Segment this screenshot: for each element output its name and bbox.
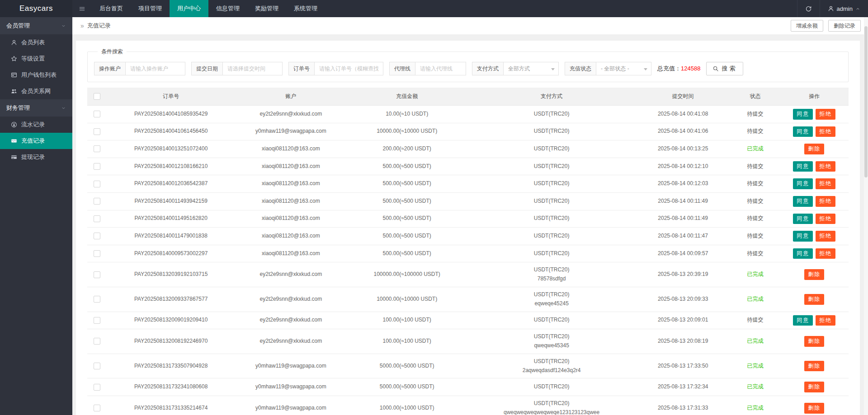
submit-time-cell: 2025-08-14 00:11:47 [635,228,731,245]
filter-recharge-status-select[interactable]: - 全部状态 - [596,62,651,75]
row-checkbox[interactable] [94,271,100,278]
scrollbar-thumb[interactable] [864,26,868,177]
table-row: PAY202508140011479001838 xiaoqi081120@16… [87,228,849,245]
row-checkbox[interactable] [94,215,100,222]
select-all-checkbox[interactable] [94,93,100,100]
nav-tab-user-center[interactable]: 用户中心 [170,0,208,17]
reject-button[interactable]: 拒绝 [816,161,835,172]
row-checkbox[interactable] [94,363,100,369]
search-button[interactable]: 搜索 [706,62,743,75]
nav-tab-project-management[interactable]: 项目管理 [131,0,170,17]
reject-button[interactable]: 拒绝 [816,178,835,189]
reject-button[interactable]: 拒绝 [816,196,835,207]
agree-button[interactable]: 同意 [793,161,813,172]
row-checkbox[interactable] [94,338,100,345]
agree-button[interactable]: 同意 [793,231,813,242]
nav-tab-dashboard[interactable]: 后台首页 [92,0,131,17]
filter-agent-line-input[interactable] [415,62,466,75]
order-no-cell: PAY202508140009573002297 [106,245,236,262]
pay-method-cell: USDT(TRC20) [468,106,635,123]
delete-button[interactable]: 删除 [804,382,824,392]
nav-tab-reward-management[interactable]: 奖励管理 [247,0,286,17]
refresh-button[interactable] [797,0,820,17]
agree-button[interactable]: 同意 [793,214,813,224]
adjust-balance-button[interactable]: 增减余额 [791,20,823,32]
sidebar-item-label: 提现记录 [21,153,45,161]
sidebar-item-member-list[interactable]: 会员列表 [0,34,72,51]
pay-method-cell: USDT(TRC20) [468,158,635,175]
nav-tab-system-management[interactable]: 系统管理 [286,0,325,17]
delete-button[interactable]: 删除 [804,269,824,280]
row-checkbox[interactable] [94,250,100,257]
reject-button[interactable]: 拒绝 [816,126,835,137]
row-checkbox[interactable] [94,405,100,411]
pay-method-cell: USDT(TRC20) [468,123,635,140]
actions-cell: 同意拒绝 [780,123,849,140]
delete-button[interactable]: 删除 [804,361,824,372]
scrollbar[interactable] [864,17,868,415]
filter-order-no-input[interactable] [315,62,383,75]
table-row: PAY202508131732341080608 y0mhaw119@swagp… [87,378,849,396]
row-checkbox[interactable] [94,145,100,152]
row-checkbox[interactable] [94,384,100,391]
sidebar-item-level-settings[interactable]: 等级设置 [0,51,72,67]
reject-button[interactable]: 拒绝 [816,214,835,224]
delete-records-button[interactable]: 删除记录 [828,20,861,32]
status-badge: 已完成 [731,378,780,396]
filter-submit-date-input[interactable] [223,62,283,75]
delete-button[interactable]: 删除 [804,294,824,305]
agree-button[interactable]: 同意 [793,248,813,259]
order-no-cell: PAY202508132009337867577 [106,287,236,312]
delete-button[interactable]: 删除 [804,144,824,154]
account-cell: y0mhaw119@swagpapa.com [236,123,346,140]
account-cell: xiaoqi081120@163.com [236,210,346,228]
agree-button[interactable]: 同意 [793,109,813,120]
content-card: 条件搜索 操作账户 提交日期 订单号 代理线 支付方式 全部方式 充值状态 - [76,41,860,415]
delete-button[interactable]: 删除 [804,403,824,414]
user-menu[interactable]: admin [820,0,868,17]
sidebar-group-finance-management[interactable]: 财务管理 [0,99,72,117]
method-remark: 78578sdfgd [471,275,632,284]
row-checkbox[interactable] [94,198,100,205]
agree-button[interactable]: 同意 [793,126,813,137]
sidebar-item-user-wallet-list[interactable]: 用户钱包列表 [0,67,72,83]
submit-time-cell: 2025-08-13 17:31:33 [635,396,731,415]
row-checkbox[interactable] [94,163,100,170]
agree-button[interactable]: 同意 [793,196,813,207]
sidebar-item-recharge-records[interactable]: PayPal充值记录 [0,133,72,149]
row-checkbox[interactable] [94,296,100,303]
order-no-cell: PAY202508132008192246970 [106,329,236,354]
table-row: PAY202508140011495162820 xiaoqi081120@16… [87,210,849,228]
agree-button[interactable]: 同意 [793,178,813,189]
collapse-sidebar-button[interactable] [72,0,92,17]
submit-time-cell: 2025-08-14 00:41:06 [635,123,731,140]
account-cell: xiaoqi081120@163.com [236,140,346,158]
refresh-icon [805,5,812,12]
column-header: 提交时间 [635,88,731,106]
nav-tab-info-management[interactable]: 信息管理 [208,0,247,17]
row-checkbox[interactable] [94,128,100,135]
row-checkbox[interactable] [94,111,100,117]
brand-logo[interactable]: Easycars [0,0,72,17]
row-checkbox[interactable] [94,317,100,324]
actions-cell: 删除 [780,378,849,396]
account-cell: ey2t2e9snn@xkxkud.com [236,329,346,354]
account-cell: xiaoqi081120@163.com [236,192,346,210]
sidebar-item-label: 充值记录 [21,137,45,145]
filter-pay-method-select[interactable]: 全部方式 [504,62,559,75]
sidebar-item-member-network[interactable]: 会员关系网 [0,83,72,99]
reject-button[interactable]: 拒绝 [816,315,835,326]
sidebar-item-flow-records[interactable]: 流水记录 [0,117,72,133]
filter-operator-account-input[interactable] [126,62,185,75]
reject-button[interactable]: 拒绝 [816,231,835,242]
row-checkbox[interactable] [94,233,100,239]
sidebar-item-withdraw-records[interactable]: 提现记录 [0,149,72,165]
reject-button[interactable]: 拒绝 [816,248,835,259]
order-no-cell: PAY202508140012036542387 [106,175,236,193]
delete-button[interactable]: 删除 [804,336,824,347]
pay-method-cell: USDT(TRC20) [468,228,635,245]
agree-button[interactable]: 同意 [793,315,813,326]
sidebar-group-member-management[interactable]: 会员管理 [0,17,72,34]
row-checkbox[interactable] [94,181,100,187]
reject-button[interactable]: 拒绝 [816,109,835,120]
